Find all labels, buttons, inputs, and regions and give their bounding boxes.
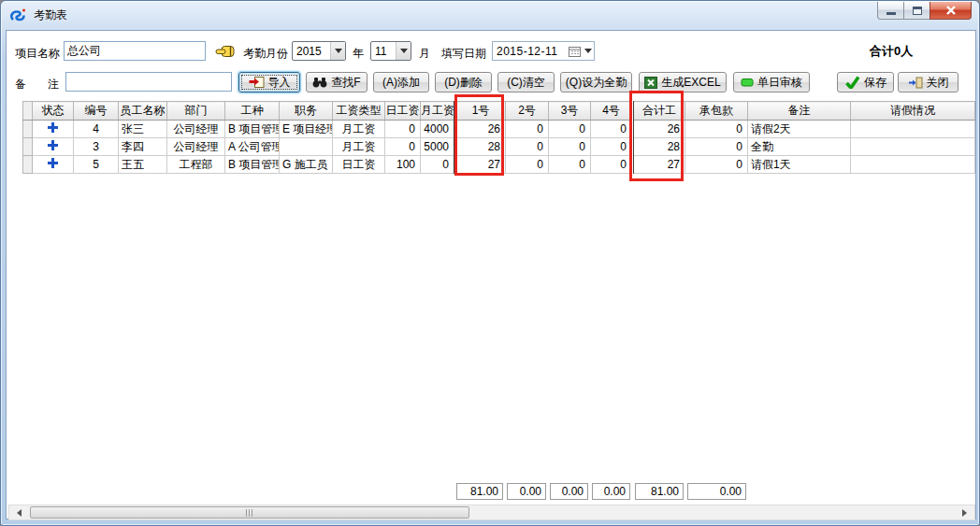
work-total-cell[interactable]: 27 (633, 156, 685, 174)
status-cell[interactable] (33, 156, 74, 174)
row-selector[interactable] (23, 138, 33, 156)
job-cell[interactable]: A 公司管理 (225, 138, 280, 156)
col-department[interactable]: 部门 (167, 102, 225, 121)
project-name-input[interactable] (64, 41, 206, 61)
day3-cell[interactable]: 0 (549, 138, 591, 156)
duty-cell[interactable]: G 施工员 (280, 156, 333, 174)
day2-cell[interactable]: 0 (506, 156, 549, 174)
scroll-left-button[interactable] (11, 505, 27, 519)
col-day3[interactable]: 3号 (549, 102, 591, 121)
day4-cell[interactable]: 0 (591, 156, 633, 174)
calendar-icon[interactable] (569, 46, 581, 57)
row-selector[interactable] (23, 156, 33, 174)
year-select[interactable]: 2015 (292, 41, 346, 61)
id-cell[interactable]: 4 (74, 121, 119, 138)
day2-cell[interactable]: 0 (506, 138, 549, 156)
status-cell[interactable] (33, 121, 74, 138)
name-cell[interactable]: 李四 (119, 138, 167, 156)
col-leave[interactable]: 请假情况 (851, 102, 975, 121)
day4-cell[interactable]: 0 (591, 138, 633, 156)
dept-cell[interactable]: 工程部 (167, 156, 225, 174)
scroll-right-button[interactable] (957, 505, 973, 519)
contract-cell[interactable]: 0 (685, 121, 748, 138)
minimize-button[interactable] (877, 2, 904, 20)
pointing-hand-icon[interactable] (215, 45, 236, 58)
row-selector-header[interactable] (23, 102, 33, 121)
col-id[interactable]: 编号 (74, 102, 119, 121)
duty-cell[interactable]: E 项目经理 (280, 121, 333, 138)
delete-button[interactable]: (D)删除 (435, 72, 492, 92)
status-cell[interactable] (33, 138, 74, 156)
col-daily-wage[interactable]: 日工资 (385, 102, 421, 121)
maximize-button[interactable] (903, 2, 930, 20)
daily-wage-cell[interactable]: 0 (385, 138, 421, 156)
dept-cell[interactable]: 公司经理 (167, 138, 225, 156)
note-cell[interactable]: 全勤 (748, 138, 851, 156)
col-job-type[interactable]: 工种 (225, 102, 280, 121)
month-select[interactable]: 11 (370, 41, 411, 61)
duty-cell[interactable] (280, 138, 333, 156)
wage-type-cell[interactable]: 日工资 (333, 156, 385, 174)
day3-cell[interactable]: 0 (549, 121, 591, 138)
work-total-cell[interactable]: 26 (633, 121, 685, 138)
name-cell[interactable]: 张三 (119, 121, 167, 138)
col-contract[interactable]: 承包款 (685, 102, 748, 121)
find-button[interactable]: 查找F (306, 72, 368, 92)
daily-wage-cell[interactable]: 0 (385, 121, 421, 138)
col-status[interactable]: 状态 (33, 102, 74, 121)
table-row[interactable]: 3 李四 公司经理 A 公司管理 月工资 0 5000 28 0 0 0 28 … (23, 138, 975, 156)
monthly-wage-cell[interactable]: 0 (421, 156, 455, 174)
work-total-cell[interactable]: 28 (633, 138, 685, 156)
contract-cell[interactable]: 0 (685, 156, 748, 174)
col-day4[interactable]: 4号 (591, 102, 633, 121)
day3-cell[interactable]: 0 (549, 156, 591, 174)
chevron-down-icon[interactable] (330, 42, 345, 60)
title-bar[interactable]: 考勤表 (1, 1, 979, 29)
chevron-down-icon[interactable] (583, 49, 594, 53)
clear-button[interactable]: (C)清空 (497, 72, 555, 92)
note-cell[interactable]: 请假2天 (748, 121, 851, 138)
wage-type-cell[interactable]: 月工资 (333, 121, 385, 138)
day2-cell[interactable]: 0 (506, 121, 549, 138)
set-full-attendance-button[interactable]: (Q)设为全勤 (560, 72, 632, 92)
close-button[interactable]: 关闭 (898, 72, 958, 92)
leave-cell[interactable] (851, 156, 975, 174)
dept-cell[interactable]: 公司经理 (167, 121, 225, 138)
row-selector[interactable] (23, 121, 33, 138)
table-row[interactable]: 4 张三 公司经理 B 项目管理 E 项目经理 月工资 0 4000 26 0 … (23, 121, 975, 138)
col-wage-type[interactable]: 工资类型 (333, 102, 385, 121)
col-employee-name[interactable]: 员工名称 (119, 102, 167, 121)
note-input[interactable] (65, 72, 232, 92)
col-day2[interactable]: 2号 (506, 102, 549, 121)
day1-cell[interactable]: 27 (455, 156, 506, 174)
add-button[interactable]: (A)添加 (373, 72, 429, 92)
leave-cell[interactable] (851, 121, 975, 138)
col-day1[interactable]: 1号 (455, 102, 506, 121)
table-row[interactable]: 5 王五 工程部 B 项目管理 G 施工员 日工资 100 0 27 0 0 0… (23, 156, 975, 174)
id-cell[interactable]: 3 (74, 138, 119, 156)
scrollbar-thumb[interactable] (30, 506, 469, 519)
day4-cell[interactable]: 0 (591, 121, 633, 138)
note-cell[interactable]: 请假1天 (748, 156, 851, 174)
wage-type-cell[interactable]: 月工资 (333, 138, 385, 156)
daily-wage-cell[interactable]: 100 (385, 156, 421, 174)
contract-cell[interactable]: 0 (685, 138, 748, 156)
col-work-total[interactable]: 合计工 (633, 102, 685, 121)
id-cell[interactable]: 5 (74, 156, 119, 174)
chevron-down-icon[interactable] (396, 42, 411, 60)
horizontal-scrollbar[interactable] (8, 505, 975, 520)
fill-date-picker[interactable]: 2015-12-11 (492, 41, 595, 61)
import-button[interactable]: 导入 (238, 72, 300, 92)
leave-cell[interactable] (851, 138, 975, 156)
name-cell[interactable]: 王五 (119, 156, 167, 174)
day1-cell[interactable]: 28 (455, 138, 506, 156)
day1-cell[interactable]: 26 (455, 121, 506, 138)
col-monthly-wage[interactable]: 月工资 (421, 102, 455, 121)
generate-excel-button[interactable]: 生成EXCEL (639, 72, 727, 92)
close-window-button[interactable] (930, 2, 972, 20)
job-cell[interactable]: B 项目管理 (225, 121, 280, 138)
col-note[interactable]: 备注 (748, 102, 851, 121)
save-button[interactable]: 保存 (837, 72, 894, 92)
job-cell[interactable]: B 项目管理 (225, 156, 280, 174)
monthly-wage-cell[interactable]: 4000 (421, 121, 455, 138)
